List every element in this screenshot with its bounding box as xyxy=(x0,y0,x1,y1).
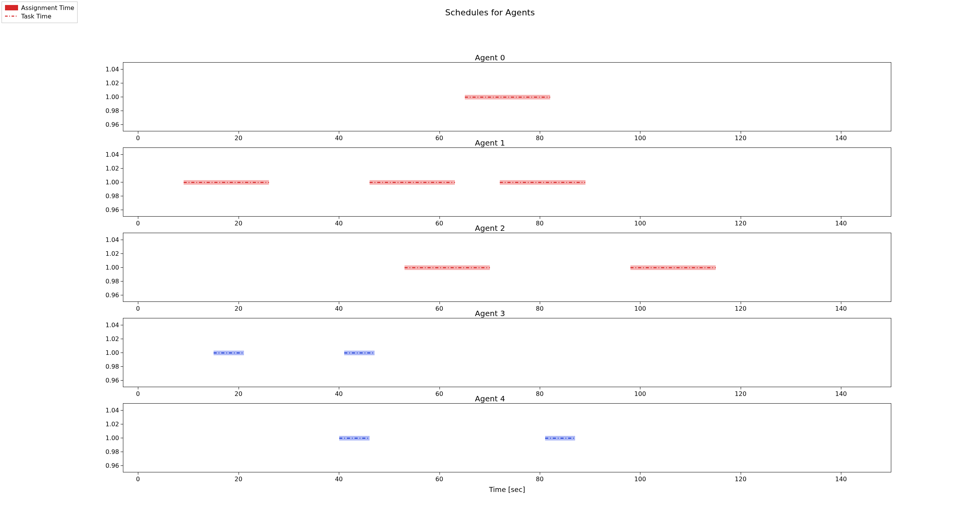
x-tick xyxy=(138,302,138,304)
x-tick xyxy=(640,217,640,219)
x-axis-label: Time [sec] xyxy=(489,485,525,493)
y-tick-label: 1.02 xyxy=(96,79,119,87)
figure-title: Schedules for Agents xyxy=(0,8,980,17)
x-tick xyxy=(339,472,339,475)
y-tick-label: 0.98 xyxy=(96,192,119,200)
subplot-title: Agent 0 xyxy=(0,53,980,62)
axes xyxy=(123,62,891,131)
y-tick-label: 1.04 xyxy=(96,66,119,73)
y-tick-label: 0.96 xyxy=(96,291,119,299)
x-tick xyxy=(339,387,339,389)
y-tick xyxy=(121,452,123,452)
axes xyxy=(123,403,891,472)
y-tick xyxy=(121,281,123,282)
x-tick xyxy=(540,217,540,219)
y-tick-label: 0.98 xyxy=(96,363,119,370)
legend-swatch-assignment xyxy=(5,5,18,10)
x-tick xyxy=(138,131,138,134)
x-tick xyxy=(339,302,339,304)
y-tick-label: 1.00 xyxy=(96,179,119,186)
legend-swatch-task xyxy=(5,13,18,19)
y-tick-label: 0.96 xyxy=(96,206,119,214)
x-tick xyxy=(439,217,440,219)
subplot-agent-0: Agent 00.960.981.001.021.040204060801001… xyxy=(0,54,980,139)
x-tick xyxy=(138,217,138,219)
x-tick xyxy=(540,472,540,475)
y-tick xyxy=(121,69,123,70)
axes xyxy=(123,233,891,302)
y-tick-label: 1.02 xyxy=(96,335,119,343)
subplot-agent-4: Agent 40.960.981.001.021.040204060801001… xyxy=(0,395,980,502)
x-tick xyxy=(239,302,239,304)
y-tick xyxy=(121,295,123,295)
x-tick xyxy=(439,302,440,304)
y-tick xyxy=(121,267,123,268)
x-tick xyxy=(741,387,741,389)
axes xyxy=(123,318,891,387)
x-tick xyxy=(239,131,239,134)
x-tick xyxy=(841,387,841,389)
legend-entry-task: Task Time xyxy=(5,12,74,20)
axes xyxy=(123,147,891,217)
x-tick xyxy=(640,472,640,475)
y-tick xyxy=(121,339,123,339)
y-tick xyxy=(121,168,123,169)
subplot-agent-3: Agent 30.960.981.001.021.040204060801001… xyxy=(0,310,980,395)
subplot-grid: Agent 00.960.981.001.021.040204060801001… xyxy=(0,54,980,502)
subplot-title: Agent 1 xyxy=(0,138,980,147)
y-tick xyxy=(121,196,123,196)
legend-label-task: Task Time xyxy=(21,13,51,20)
y-tick xyxy=(121,424,123,424)
subplot-agent-2: Agent 20.960.981.001.021.040204060801001… xyxy=(0,224,980,310)
x-tick xyxy=(138,387,138,389)
y-tick xyxy=(121,111,123,111)
x-tick xyxy=(540,387,540,389)
y-tick-label: 0.98 xyxy=(96,107,119,114)
x-tick-label: 120 xyxy=(735,475,747,483)
y-tick xyxy=(121,465,123,466)
x-tick-label: 80 xyxy=(536,475,544,483)
y-tick xyxy=(121,380,123,381)
legend: Assignment Time Task Time xyxy=(2,2,78,23)
x-tick xyxy=(439,472,440,475)
x-tick xyxy=(138,472,138,475)
x-tick xyxy=(841,302,841,304)
x-tick xyxy=(339,217,339,219)
y-tick xyxy=(121,83,123,83)
y-tick xyxy=(121,240,123,240)
x-tick-label: 60 xyxy=(435,475,443,483)
x-tick xyxy=(741,472,741,475)
y-tick xyxy=(121,325,123,325)
y-tick xyxy=(121,438,123,438)
y-tick-label: 1.04 xyxy=(96,151,119,158)
y-tick-label: 0.98 xyxy=(96,278,119,285)
x-tick xyxy=(841,131,841,134)
y-tick xyxy=(121,182,123,182)
x-tick-label: 0 xyxy=(136,475,140,483)
subplot-title: Agent 3 xyxy=(0,309,980,318)
x-tick xyxy=(439,131,440,134)
y-tick-label: 1.00 xyxy=(96,264,119,271)
y-tick xyxy=(121,210,123,210)
y-tick-label: 1.00 xyxy=(96,93,119,101)
y-tick xyxy=(121,366,123,367)
y-tick-label: 1.02 xyxy=(96,421,119,428)
legend-label-assignment: Assignment Time xyxy=(21,4,74,12)
x-tick xyxy=(239,472,239,475)
y-tick xyxy=(121,124,123,125)
y-tick-label: 0.96 xyxy=(96,121,119,128)
subplot-title: Agent 4 xyxy=(0,394,980,403)
x-tick xyxy=(841,217,841,219)
y-tick-label: 1.04 xyxy=(96,321,119,329)
x-tick xyxy=(339,131,339,134)
x-tick xyxy=(841,472,841,475)
x-tick xyxy=(540,302,540,304)
y-tick-label: 1.02 xyxy=(96,250,119,257)
x-tick xyxy=(640,387,640,389)
x-tick-label: 20 xyxy=(234,475,242,483)
x-tick-label: 100 xyxy=(634,475,646,483)
x-tick xyxy=(741,217,741,219)
x-tick xyxy=(239,217,239,219)
y-tick-label: 1.00 xyxy=(96,434,119,442)
y-tick-label: 1.02 xyxy=(96,165,119,172)
